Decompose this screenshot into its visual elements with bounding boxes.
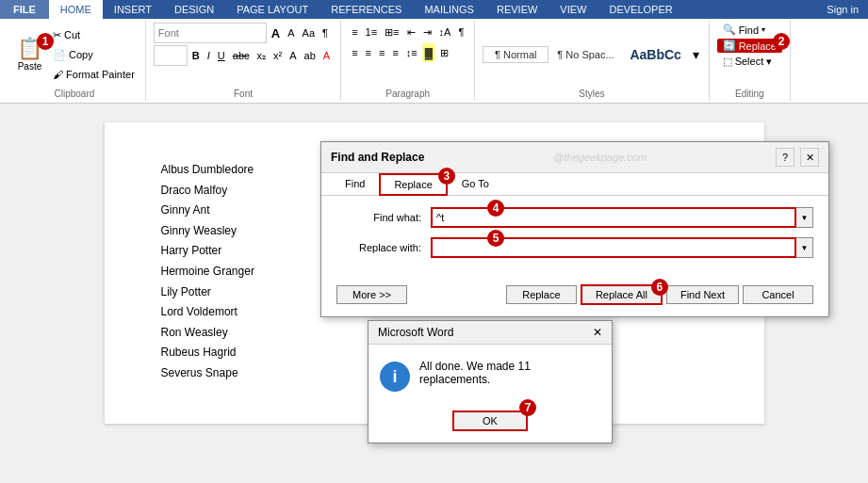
find-what-row: Find what: ▼ 4 [336,207,813,228]
tab-mailings[interactable]: MAILINGS [413,0,485,19]
dialog-watermark: @thegeekpage.com [424,152,776,163]
tab-design[interactable]: DESIGN [163,0,225,19]
replace-input-arrow-btn[interactable]: ▼ [796,237,813,258]
show-formatting-btn[interactable]: ¶ [319,24,331,42]
heading1-label: AaBbCc [630,47,680,62]
font-shrink-btn[interactable]: A [285,24,297,42]
find-what-label: Find what: [336,212,431,223]
cancel-btn[interactable]: Cancel [743,285,813,304]
copy-button[interactable]: 📄 Copy [50,45,138,64]
step7-badge: 7 [519,399,536,416]
find-label: Find [739,24,759,36]
replace-with-input[interactable] [431,237,796,258]
dialog-controls: ? ✕ [776,148,819,167]
select-label: Select ▾ [735,56,773,68]
style-normal[interactable]: ¶ Normal [483,46,549,63]
find-input-arrow-btn[interactable]: ▼ [796,207,813,228]
select-button[interactable]: ⬚ Select ▾ [717,55,778,69]
align-center-btn[interactable]: ≡ [363,43,374,62]
styles-label: Styles [579,87,604,99]
shading-btn[interactable]: ▓ [422,43,435,62]
dialog-close-btn[interactable]: ✕ [800,148,819,167]
step2-badge: 2 [773,33,790,50]
underline-button[interactable]: U [215,46,228,65]
style-no-spacing[interactable]: ¶ No Spac... [550,46,620,63]
find-what-input[interactable] [431,207,796,228]
replace-btn[interactable]: Replace [506,285,577,304]
dialog-tab-replace[interactable]: Replace 3 [379,173,447,196]
find-button[interactable]: 🔍 Find ▾ [717,23,771,37]
dialog-tab-goto[interactable]: Go To [448,173,503,196]
line-spacing-btn[interactable]: ↕≡ [403,43,420,62]
dialog-tab-find[interactable]: Find [331,173,379,196]
tab-view[interactable]: VIEW [549,0,598,19]
subscript-button[interactable]: x₂ [254,46,270,65]
italic-button[interactable]: I [205,46,213,65]
tab-references[interactable]: REFERENCES [319,0,413,19]
show-marks-btn[interactable]: ¶ [455,23,467,41]
editing-label: Editing [735,87,764,99]
ribbon-tab-bar: FILE HOME INSERT DESIGN PAGE LAYOUT REFE… [0,0,868,19]
ribbon: FILE HOME INSERT DESIGN PAGE LAYOUT REFE… [0,0,868,19]
font-size-input[interactable] [154,45,188,66]
tab-page-layout[interactable]: PAGE LAYOUT [225,0,319,19]
multilevel-btn[interactable]: ⊞≡ [382,23,401,41]
tab-insert[interactable]: INSERT [103,0,163,19]
font-color2-btn[interactable]: A [320,46,333,65]
clipboard-group: 📋 Paste 1 ✂ Cut 📄 Copy 🖌 Format Painter … [4,21,146,101]
replace-all-btn[interactable]: Replace All 6 [581,284,663,305]
tab-home[interactable]: HOME [49,0,103,19]
no-spacing-label: ¶ No Spac... [557,49,614,60]
document-area: Albus Dumbledore Draco Malfoy Ginny Ant … [0,104,868,464]
info-icon: i [380,362,410,392]
step5-badge: 5 [487,230,504,247]
dialog-help-btn[interactable]: ? [776,148,794,167]
font-color-btn[interactable]: A [287,46,299,65]
decrease-indent-btn[interactable]: ⇤ [404,23,418,41]
align-right-btn[interactable]: ≡ [376,43,387,62]
replace-with-row: Replace with: ▼ 5 [336,237,813,258]
highlight-btn[interactable]: ab [302,46,319,65]
styles-more-btn[interactable]: ▾ [691,45,701,64]
format-painter-button[interactable]: 🖌 Format Painter [50,65,138,84]
sign-in-link[interactable]: Sign in [827,0,868,19]
bullets-btn[interactable]: ≡ [349,23,360,41]
borders-btn[interactable]: ⊞ [437,43,451,62]
bold-button[interactable]: B [189,46,203,65]
clear-format-btn[interactable]: Aa [300,24,318,42]
ms-dialog-close-btn[interactable]: ✕ [593,326,602,339]
step6-badge: 6 [651,279,668,296]
tab-developer[interactable]: DEVELOPER [598,0,683,19]
font-name-input[interactable] [154,23,267,43]
cut-button[interactable]: ✂ Cut [50,25,138,44]
tab-file[interactable]: FILE [0,0,49,19]
style-heading1[interactable]: AaBbCc [623,44,689,65]
clipboard-label: Clipboard [55,87,95,99]
font-grow-btn[interactable]: A [269,24,283,42]
numbering-btn[interactable]: 1≡ [363,23,381,41]
step4-badge: 4 [487,200,504,217]
align-left-btn[interactable]: ≡ [349,43,360,62]
dialog-title-bar: Find and Replace @thegeekpage.com ? ✕ [321,142,828,173]
clipboard-group-content: 📋 Paste 1 ✂ Cut 📄 Copy 🖌 Format Painter [11,23,138,87]
dialog-footer: More >> Replace Replace All 6 Find Next … [321,279,828,316]
more-btn[interactable]: More >> [336,285,407,304]
replace-button[interactable]: 🔄 Replace 2 [717,39,782,53]
editing-group: 🔍 Find ▾ 🔄 Replace 2 ⬚ Select ▾ Editing [710,21,791,101]
step1-badge: 1 [37,33,54,50]
superscript-button[interactable]: x² [270,46,285,65]
replace-label: Replace [739,40,777,52]
ribbon-content: 📋 Paste 1 ✂ Cut 📄 Copy 🖌 Format Painter … [0,19,868,104]
replace-with-label: Replace with: [336,242,431,253]
ms-dialog-message: All done. We made 11 replacements. [419,360,600,386]
paragraph-group-content: ≡ 1≡ ⊞≡ ⇤ ⇥ ↕A ¶ ≡ ≡ ≡ ≡ ↕≡ ▓ ⊞ [349,23,467,87]
increase-indent-btn[interactable]: ⇥ [420,23,434,41]
strikethrough-button[interactable]: abc [230,46,253,65]
step3-badge: 3 [438,168,455,185]
justify-btn[interactable]: ≡ [389,43,401,62]
styles-group: ¶ Normal ¶ No Spac... AaBbCc ▾ Styles [475,21,709,101]
tab-review[interactable]: REVIEW [485,0,549,19]
find-next-btn[interactable]: Find Next [666,285,739,304]
sort-btn[interactable]: ↕A [436,23,454,41]
ok-btn[interactable]: OK [452,411,528,431]
